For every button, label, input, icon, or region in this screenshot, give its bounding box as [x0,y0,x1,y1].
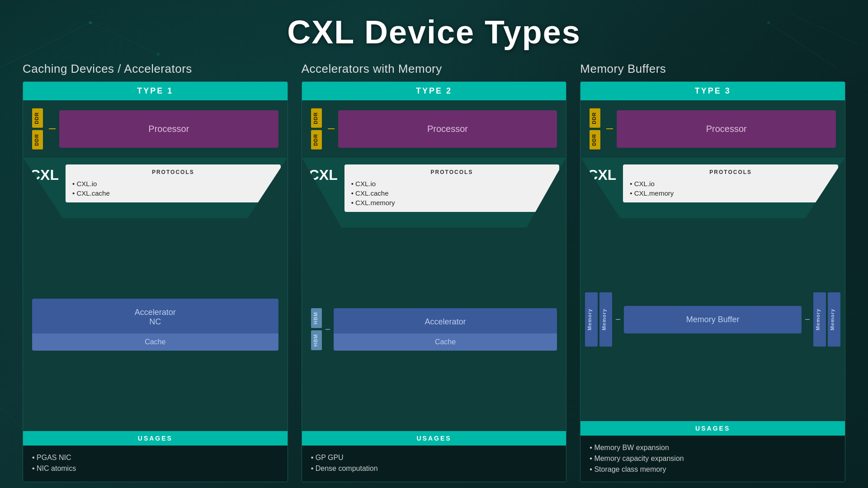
protocol-1a: CXL.io [72,179,274,188]
memory-chip-right-b: Memory [828,292,840,347]
cxl-section-3: CXL PROTOCOLS CXL.io CXL.memory [580,158,845,218]
protocols-list-2: CXL.io CXL.cache CXL.memory [351,179,553,207]
type-header-3: TYPE 3 [580,82,845,100]
processor-box-2: Processor [338,110,557,148]
protocols-title-2: PROTOCOLS [351,169,553,175]
column-title-2: Accelerators with Memory [302,62,567,76]
memory-buffer-box: Memory Buffer [624,306,802,333]
device-main-label-1: Accelerator NC [135,308,176,327]
usages-list-2: GP GPU Dense computation [311,452,557,474]
protocols-box-1: PROTOCOLS CXL.io CXL.cache [66,164,281,202]
usage-3a: Memory BW expansion [590,442,836,453]
device-cache-2: Cache [334,333,557,351]
column-title-3: Memory Buffers [580,62,845,76]
device-main-1: Accelerator NC [32,299,278,333]
usage-3c: Storage class memory [590,464,836,475]
ddr-chip-2a: DDR [311,108,322,128]
device-section-1: Accelerator NC Cache [23,218,288,431]
protocol-1b: CXL.cache [72,188,274,198]
memory-chip-left-a: Memory [585,292,598,347]
column-type2: Accelerators with Memory TYPE 2 DDR DDR … [302,62,567,482]
usage-3b: Memory capacity expansion [590,453,836,464]
type-header-1: TYPE 1 [23,82,288,100]
hbm-chip-a: HBM [311,308,322,328]
device-section-3: Memory Memory Memory Buffer Memory Memor… [580,218,845,421]
usages-list-3: Memory BW expansion Memory capacity expa… [590,442,836,475]
device-section-2: HBM HBM Accelerator Cache [302,228,566,431]
cxl-label-3: CXL [587,164,616,183]
memory-group-left: Memory Memory [585,292,612,347]
card-type3: TYPE 3 DDR DDR Processor CXL PROTOCOLS C… [580,81,845,482]
ddr-chip-2b: DDR [311,130,322,150]
device-box-2: Accelerator Cache [334,308,557,351]
cxl-label-2: CXL [309,164,338,183]
usage-2a: GP GPU [311,452,557,463]
device-main-2: Accelerator [334,308,557,333]
protocol-2a: CXL.io [351,179,553,188]
cxl-label-1: CXL [30,164,59,183]
ddr-chip-3a: DDR [590,108,600,128]
protocols-title-3: PROTOCOLS [630,169,831,175]
ddr-chip-1a: DDR [32,108,43,128]
usages-list-1: PGAS NIC NIC atomics [32,452,278,474]
usage-1b: NIC atomics [32,463,278,474]
hbm-stack: HBM HBM [311,308,322,350]
page-title: CXL Device Types [0,0,868,62]
card-type1: TYPE 1 DDR DDR Processor CXL PROTOCOLS C… [23,81,288,482]
protocols-box-2: PROTOCOLS CXL.io CXL.cache CXL.memory [344,164,560,212]
device-main-label-2: Accelerator [425,317,466,327]
usages-content-2: GP GPU Dense computation [302,446,566,482]
protocol-2b: CXL.cache [351,188,553,198]
column-type1: Caching Devices / Accelerators TYPE 1 DD… [23,62,288,482]
processor-section-2: DDR DDR Processor [302,100,566,158]
ddr-stack-2: DDR DDR [311,108,322,150]
ddr-stack-1: DDR DDR [32,108,43,150]
columns-container: Caching Devices / Accelerators TYPE 1 DD… [0,62,868,482]
protocols-list-3: CXL.io CXL.memory [630,179,831,198]
card-type2: TYPE 2 DDR DDR Processor CXL PROTOCOLS C… [302,81,567,482]
usages-header-2: USAGES [302,431,566,446]
hbm-chip-b: HBM [311,330,322,350]
usages-content-1: PGAS NIC NIC atomics [23,446,288,482]
type-header-2: TYPE 2 [302,82,566,100]
cxl-section-2: CXL PROTOCOLS CXL.io CXL.cache CXL.memor… [302,158,566,228]
connector-1 [49,128,56,129]
connector-2 [328,128,335,129]
memory-chip-left-b: Memory [599,292,612,347]
processor-box-3: Processor [617,110,836,148]
ddr-stack-3: DDR DDR [590,108,600,150]
ddr-chip-3b: DDR [590,130,600,150]
mem-connector-right [805,319,810,320]
column-type3: Memory Buffers TYPE 3 DDR DDR Processor … [580,62,845,482]
protocol-2c: CXL.memory [351,198,553,207]
protocol-3b: CXL.memory [630,188,831,198]
mem-connector-left [616,319,620,320]
protocols-title-1: PROTOCOLS [72,169,274,175]
protocols-list-1: CXL.io CXL.cache [72,179,274,198]
cxl-section-1: CXL PROTOCOLS CXL.io CXL.cache [23,158,288,218]
device-box-1: Accelerator NC Cache [32,299,278,351]
usages-header-1: USAGES [23,431,288,446]
usages-content-3: Memory BW expansion Memory capacity expa… [580,436,845,482]
device-cache-1: Cache [32,333,278,351]
column-title-1: Caching Devices / Accelerators [23,62,288,76]
ddr-chip-1b: DDR [32,130,43,150]
processor-box-1: Processor [59,110,278,148]
connector-3 [606,128,613,129]
memory-group-right: Memory Memory [813,292,840,347]
usage-1a: PGAS NIC [32,452,278,463]
processor-section-1: DDR DDR Processor [23,100,288,158]
processor-section-3: DDR DDR Processor [580,100,845,158]
usage-2b: Dense computation [311,463,557,474]
protocol-3a: CXL.io [630,179,831,188]
hbm-connector [326,329,330,330]
memory-chip-right-a: Memory [813,292,826,347]
protocols-box-3: PROTOCOLS CXL.io CXL.memory [623,164,838,202]
usages-header-3: USAGES [580,421,845,436]
